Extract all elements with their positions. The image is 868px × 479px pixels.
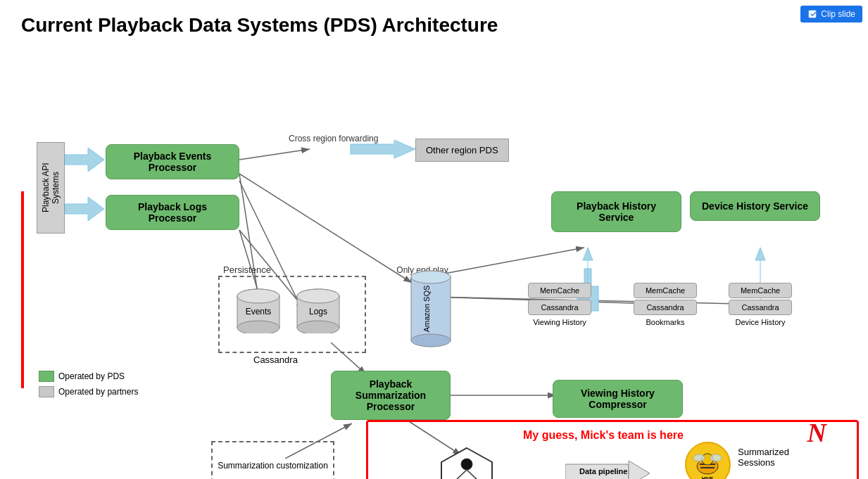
bookmarks-cassandra: Cassandra <box>634 300 697 315</box>
netflix-logo: N <box>807 417 826 448</box>
svg-text:Events: Events <box>246 307 272 317</box>
svg-rect-38 <box>411 277 451 340</box>
svg-marker-3 <box>65 148 104 172</box>
playback-logs-processor-label: Playback Logs Processor <box>138 201 207 224</box>
device-history-stack: MemCache Cassandra Device History <box>729 283 792 326</box>
bookmarks-memcache: MemCache <box>634 283 697 298</box>
svg-point-30 <box>237 289 279 303</box>
playback-logs-processor-box: Playback Logs Processor <box>106 195 239 230</box>
playback-events-processor-label: Playback Events Processor <box>134 151 212 173</box>
svg-point-40 <box>411 271 451 283</box>
data-pipeline: Data pipeline <box>565 461 650 479</box>
clip-slide-label: Clip slide <box>821 9 855 19</box>
logs-cylinder: Logs <box>294 288 343 336</box>
playback-history-service-label: Playback History Service <box>577 200 656 223</box>
bookmarks-label: Bookmarks <box>646 318 684 326</box>
slide-content: Current Playback Data Systems (PDS) Arch… <box>0 0 868 479</box>
kafka-icon: Kafka <box>439 447 495 479</box>
viewing-history-compressor-label: Viewing History Compressor <box>581 388 655 410</box>
summarization-customization-label: Summarization customization <box>218 461 328 471</box>
api-systems-label: Playback API Systems <box>41 163 61 213</box>
svg-marker-20 <box>583 248 593 260</box>
diagram-area: Playback API Systems Playback Events Pro… <box>21 51 847 459</box>
playback-summarization-label: Playback Summarization Processor <box>356 378 426 412</box>
svg-point-39 <box>411 334 451 347</box>
svg-point-55 <box>693 454 705 461</box>
cassandra-label: Cassandra <box>253 355 298 365</box>
hive-icon: HIVE <box>685 442 731 479</box>
summarized-sessions-label: Summarized Sessions <box>738 447 822 468</box>
device-history-service-box: Device History Service <box>690 191 820 221</box>
persistence-box: Persistence Events <box>218 276 366 353</box>
api-systems-box: Playback API Systems <box>37 142 65 234</box>
legend-pds: Operated by PDS Operated by partners <box>39 371 138 397</box>
bookmarks-stack: MemCache Cassandra Bookmarks <box>634 283 697 326</box>
amazon-sqs: Amazon SQS <box>408 269 454 356</box>
svg-marker-22 <box>755 248 765 260</box>
clip-slide-button[interactable]: Clip slide <box>800 6 862 23</box>
svg-point-56 <box>710 454 722 461</box>
viewing-history-compressor-box: Viewing History Compressor <box>553 380 683 418</box>
svg-text:Amazon SQS: Amazon SQS <box>422 286 431 333</box>
persistence-label: Persistence <box>223 264 271 275</box>
slide-title: Current Playback Data Systems (PDS) Arch… <box>21 14 847 37</box>
svg-point-29 <box>237 321 279 333</box>
svg-marker-4 <box>65 197 104 221</box>
summarization-customization-box: Summarization customization <box>211 441 334 479</box>
viewing-memcache: MemCache <box>528 283 591 298</box>
viewing-history-stack: MemCache Cassandra Viewing History <box>528 283 591 326</box>
svg-text:Logs: Logs <box>309 307 327 317</box>
svg-point-34 <box>297 321 339 333</box>
viewing-cassandra: Cassandra <box>528 300 591 315</box>
svg-text:HIVE: HIVE <box>702 476 714 479</box>
annotation-text: My guess, Mick's team is here <box>523 429 684 442</box>
slide-container: Clip slide Current Playback Data Systems… <box>0 0 868 479</box>
playback-summarization-box: Playback Summarization Processor <box>331 371 451 420</box>
svg-marker-50 <box>629 461 650 479</box>
data-pipeline-label: Data pipeline <box>579 467 627 475</box>
events-cylinder: Events <box>234 288 283 336</box>
device-cassandra: Cassandra <box>729 300 792 315</box>
cross-region-label: Cross region forwarding <box>289 134 378 143</box>
other-region-pds-box: Other region PDS <box>415 139 509 162</box>
red-bar <box>21 191 24 388</box>
device-history-label: Device History <box>736 318 786 326</box>
playback-events-processor-box: Playback Events Processor <box>106 144 239 179</box>
svg-point-35 <box>297 289 339 303</box>
svg-point-43 <box>461 459 472 470</box>
playback-history-service-box: Playback History Service <box>551 191 681 232</box>
annotation-box: My guess, Mick's team is here <box>366 420 859 479</box>
svg-line-8 <box>239 149 310 160</box>
viewing-history-label: Viewing History <box>533 318 586 326</box>
device-memcache: MemCache <box>729 283 792 298</box>
device-history-service-label: Device History Service <box>702 200 808 212</box>
